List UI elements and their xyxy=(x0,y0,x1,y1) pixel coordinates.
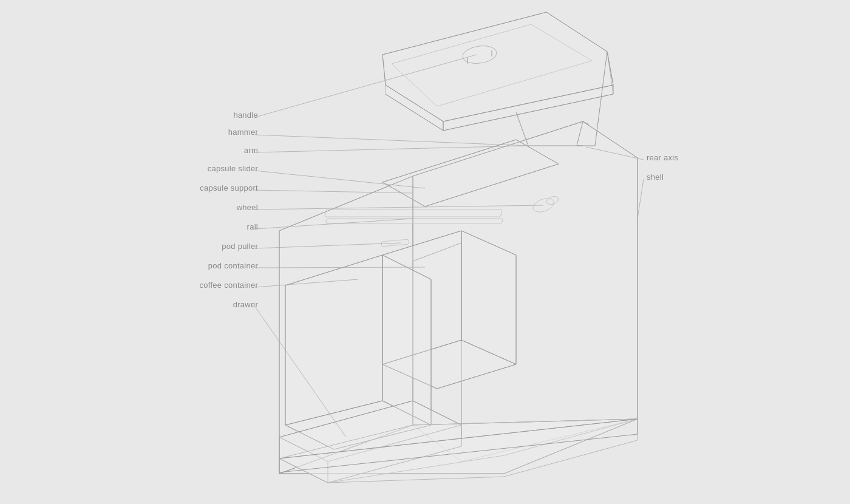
svg-line-100 xyxy=(638,179,644,219)
label-drawer: drawer xyxy=(233,300,258,309)
label-coffee-container: coffee container xyxy=(200,281,258,290)
label-capsule-slider: capsule slider xyxy=(208,164,258,173)
label-rail: rail xyxy=(247,222,258,231)
svg-marker-61 xyxy=(382,255,431,425)
diagram-container: .part { fill: rgba(235,235,235,0.25); st… xyxy=(0,0,850,504)
label-pod-puller: pod puller xyxy=(222,242,258,251)
label-hammer: hammer xyxy=(228,128,258,137)
label-shell: shell xyxy=(647,172,664,182)
svg-line-89 xyxy=(255,135,528,146)
label-pod-container: pod container xyxy=(208,261,258,270)
svg-rect-44 xyxy=(324,209,502,217)
label-capsule-support: capsule support xyxy=(200,183,258,192)
label-handle: handle xyxy=(233,111,258,120)
label-arm: arm xyxy=(244,146,258,155)
label-rear-axis: rear axis xyxy=(647,153,678,162)
coffee-machine-diagram: .part { fill: rgba(235,235,235,0.25); st… xyxy=(0,0,850,504)
label-wheel: wheel xyxy=(237,203,258,212)
